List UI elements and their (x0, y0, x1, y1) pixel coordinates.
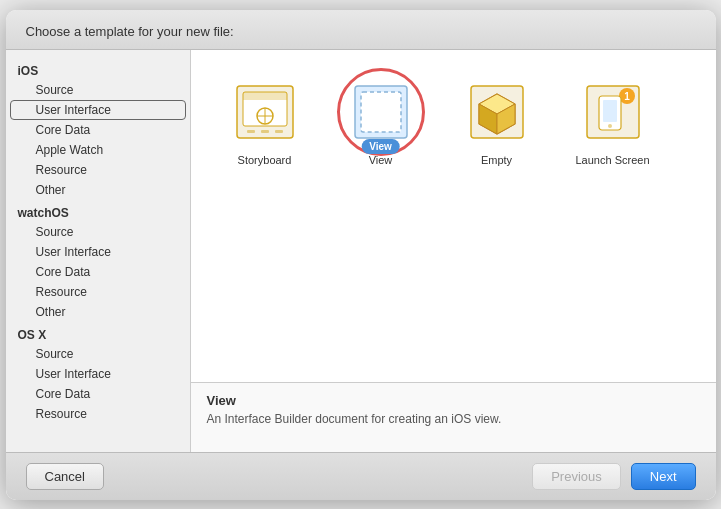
sidebar-item-watchos-userinterface[interactable]: User Interface (10, 242, 186, 262)
template-item-empty[interactable]: Empty (447, 70, 547, 172)
template-grid: Storyboard View View (191, 50, 716, 382)
empty-icon (465, 80, 529, 144)
launchscreen-icon: 1 (581, 80, 645, 144)
storyboard-label: Storyboard (238, 154, 292, 166)
sidebar-section-osx: OS X (6, 322, 190, 344)
svg-rect-10 (361, 92, 401, 132)
sidebar-item-ios-resource[interactable]: Resource (10, 160, 186, 180)
sidebar-item-ios-applewatch[interactable]: Apple Watch (10, 140, 186, 160)
dialog: Choose a template for your new file: iOS… (6, 10, 716, 500)
svg-rect-2 (243, 92, 287, 100)
empty-label: Empty (481, 154, 512, 166)
sidebar-item-watchos-resource[interactable]: Resource (10, 282, 186, 302)
sidebar-item-osx-resource[interactable]: Resource (10, 404, 186, 424)
dialog-footer: Cancel Previous Next (6, 452, 716, 500)
svg-rect-7 (261, 130, 269, 133)
cancel-button[interactable]: Cancel (26, 463, 104, 490)
svg-rect-20 (603, 100, 617, 122)
svg-text:1: 1 (624, 91, 630, 102)
sidebar-item-ios-other[interactable]: Other (10, 180, 186, 200)
storyboard-icon (233, 80, 297, 144)
dialog-body: iOS Source User Interface Core Data Appl… (6, 50, 716, 452)
storyboard-icon-wrapper (229, 76, 301, 148)
sidebar-item-ios-userinterface[interactable]: User Interface (10, 100, 186, 120)
view-icon (349, 80, 413, 144)
description-text: An Interface Builder document for creati… (207, 412, 700, 426)
empty-icon-wrapper (461, 76, 533, 148)
sidebar-item-osx-userinterface[interactable]: User Interface (10, 364, 186, 384)
sidebar-item-osx-source[interactable]: Source (10, 344, 186, 364)
main-content: Storyboard View View (191, 50, 716, 452)
sidebar-item-ios-source[interactable]: Source (10, 80, 186, 100)
sidebar-item-osx-coredata[interactable]: Core Data (10, 384, 186, 404)
sidebar-item-ios-coredata[interactable]: Core Data (10, 120, 186, 140)
template-item-view[interactable]: View View (331, 70, 431, 172)
template-item-storyboard[interactable]: Storyboard (215, 70, 315, 172)
sidebar-item-watchos-source[interactable]: Source (10, 222, 186, 242)
next-button[interactable]: Next (631, 463, 696, 490)
sidebar-item-watchos-other[interactable]: Other (10, 302, 186, 322)
sidebar-section-ios: iOS (6, 58, 190, 80)
sidebar-item-watchos-coredata[interactable]: Core Data (10, 262, 186, 282)
sidebar: iOS Source User Interface Core Data Appl… (6, 50, 191, 452)
launchscreen-icon-wrapper: 1 (577, 76, 649, 148)
previous-button[interactable]: Previous (532, 463, 621, 490)
dialog-title: Choose a template for your new file: (6, 10, 716, 50)
svg-point-21 (608, 124, 612, 128)
view-badge: View (361, 139, 400, 154)
description-area: View An Interface Builder document for c… (191, 382, 716, 452)
description-title: View (207, 393, 700, 408)
view-label: View (369, 154, 393, 166)
sidebar-section-watchos: watchOS (6, 200, 190, 222)
svg-rect-6 (247, 130, 255, 133)
view-icon-wrapper: View (345, 76, 417, 148)
svg-rect-8 (275, 130, 283, 133)
template-item-launchscreen[interactable]: 1 Launch Screen (563, 70, 663, 172)
launchscreen-label: Launch Screen (576, 154, 650, 166)
dialog-title-text: Choose a template for your new file: (26, 24, 234, 39)
